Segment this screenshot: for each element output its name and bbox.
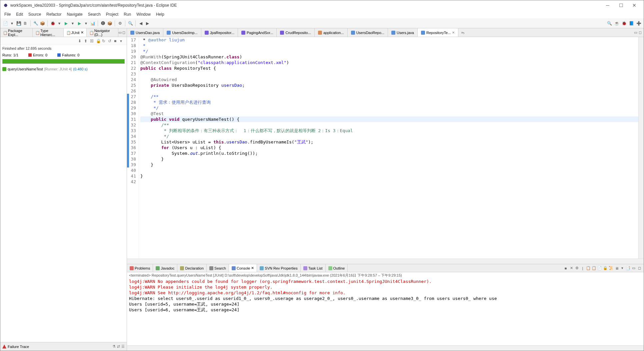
code-line[interactable]: */ [140,105,638,111]
view-tab[interactable]: 📋Type Hierarc... [33,28,64,37]
perspective-open-icon[interactable]: ➕ [636,20,642,26]
code-line[interactable]: * 需求：使用用户名进行查询 [140,99,638,105]
bottom-tab[interactable]: SVN Rev Properties [257,264,300,272]
quick-access-icon[interactable]: 🔍 [606,20,612,26]
scroll-lock-icon[interactable]: 🔒 [96,39,101,43]
code-line[interactable]: @ContextConfiguration("classpath:applica… [140,60,638,65]
package-button[interactable]: 📦 [39,20,45,26]
console-output[interactable]: log4j:WARN No appenders could be found f… [127,279,644,345]
code-line[interactable]: private UsersDaoRepository usersDao; [140,82,638,88]
minimize-button[interactable]: ─ [601,3,614,8]
code-line[interactable]: public void queryUsersNameTest() { [140,116,638,122]
editor-tab[interactable]: application... [315,28,348,37]
code-line[interactable]: } [140,156,638,162]
forward-button[interactable]: ▶ [144,20,150,26]
junit-test-tree[interactable]: queryUsersNameTest [Runner: JUnit 4] (0.… [0,66,127,342]
menu-file[interactable]: File [2,12,13,17]
code-line[interactable]: * [140,43,638,48]
editor-tab[interactable]: CrudReposito... [277,28,314,37]
rerun-fail-icon[interactable]: ↺ [108,39,113,43]
console-scrollbar[interactable] [127,345,644,351]
code-line[interactable]: /** [140,94,638,99]
new-button[interactable]: 📄 [2,20,8,26]
code-line[interactable]: for (Users u : uList) { [140,145,638,150]
code-line[interactable]: } [140,162,638,167]
bottom-tab[interactable]: Declaration [177,264,207,272]
code-line[interactable]: System.out.println(u.toString()); [140,150,638,156]
console-toolbar-button[interactable]: 📋 [586,266,591,271]
close-icon[interactable]: ✕ [251,266,254,270]
menu-project[interactable]: Project [103,12,121,17]
dropdown-icon[interactable]: ▾ [56,20,62,26]
new-class-button[interactable]: 🅒 [100,20,106,26]
code-line[interactable] [140,179,638,185]
filter-icon[interactable]: ⚗ [112,344,116,349]
console-toolbar-button[interactable]: 📑 [626,266,630,271]
dropdown-icon[interactable]: ▾ [83,20,89,26]
code-line[interactable]: */ [140,48,638,54]
new-package-button[interactable]: 📦 [107,20,113,26]
compare-icon[interactable]: ⇄ [117,344,120,349]
maximize-view-icon[interactable]: ◻ [122,30,125,35]
run-last-button[interactable]: ▶ [76,20,82,26]
menu-window[interactable]: Window [134,12,153,17]
console-toolbar-button[interactable]: 🖥 [614,266,619,271]
perspective-svn-icon[interactable]: 📘 [628,20,634,26]
code-editor[interactable]: 1718192021222324252627282930313233343536… [127,37,644,259]
menu-refactor[interactable]: Refactor [44,12,64,17]
menu-source[interactable]: Source [26,12,44,17]
dropdown-icon[interactable]: ▾ [70,20,76,26]
test-row[interactable]: queryUsersNameTest [Runner: JUnit 4] (0.… [2,67,125,71]
minimize-view-icon[interactable]: ▭ [118,30,122,35]
console-toolbar-button[interactable]: ✕ [569,266,574,271]
code-line[interactable] [140,71,638,77]
console-toolbar-button[interactable]: ▾ [620,266,625,271]
maximize-editor-icon[interactable]: ◻ [639,30,642,35]
console-toolbar-button[interactable]: ◻ [637,266,642,271]
history-icon[interactable]: ▾ [120,39,125,43]
code-line[interactable]: public class RepositoryTest { [140,65,638,71]
debug-button[interactable]: 🐞 [50,20,56,26]
menu-help[interactable]: Help [153,12,167,17]
code-line[interactable]: @Test [140,111,638,116]
code-line[interactable] [140,88,638,94]
console-toolbar-button[interactable]: ⚙ [575,266,579,271]
save-button[interactable]: 💾 [16,20,22,26]
bottom-tab[interactable]: Javadoc [153,264,177,272]
code-line[interactable]: } [140,173,638,179]
code-line[interactable] [140,167,638,173]
close-icon[interactable]: ✕ [81,30,84,35]
trace-menu-icon[interactable]: ☰ [121,344,125,349]
rerun-icon[interactable]: ↻ [102,39,107,43]
editor-tab[interactable]: PagingAndSor... [238,28,277,37]
back-button[interactable]: ◀ [138,20,144,26]
close-icon[interactable]: ✕ [452,31,455,34]
bottom-tab[interactable]: Search [207,264,229,272]
bottom-tab[interactable]: Task List [301,264,326,272]
tool-button[interactable]: 🔧 [33,20,39,26]
editor-tab[interactable]: RepositoryTe...✕ [418,28,458,37]
prev-fail-icon[interactable]: ⬆ [84,39,89,43]
more-tabs-icon[interactable]: »₅ [458,30,467,35]
menu-search[interactable]: Search [85,12,103,17]
console-toolbar-button[interactable]: 📜 [609,266,613,271]
maximize-button[interactable]: ☐ [614,3,628,8]
console-toolbar-button[interactable]: 📄 [597,266,602,271]
code-line[interactable]: */ [140,133,638,139]
code-line[interactable]: @RunWith(SpringJUnit4ClassRunner.class) [140,54,638,60]
view-tab[interactable]: 📋Package Expl... [0,28,33,37]
editor-tab[interactable]: UsersDaoRepo... [348,28,388,37]
dropdown-icon[interactable]: ▾ [9,20,15,26]
code-area[interactable]: * @author liujun * */@RunWith(SpringJUni… [139,37,638,259]
save-all-button[interactable]: 🗎 [22,20,28,26]
view-tab[interactable]: 📋Navigator (D...) [87,28,118,37]
menu-navigate[interactable]: Navigate [64,12,85,17]
bottom-tab[interactable]: Outline [326,264,348,272]
vertical-scrollbar[interactable] [638,37,644,259]
editor-tab[interactable]: Users.java [388,28,418,37]
run-button[interactable]: ▶ [63,20,69,26]
editor-tab[interactable]: UsersDaoImp... [163,28,201,37]
console-toolbar-button[interactable]: 📋 [592,266,596,271]
perspective-java-icon[interactable]: ☕ [614,20,620,26]
console-toolbar-button[interactable]: | [580,266,585,271]
